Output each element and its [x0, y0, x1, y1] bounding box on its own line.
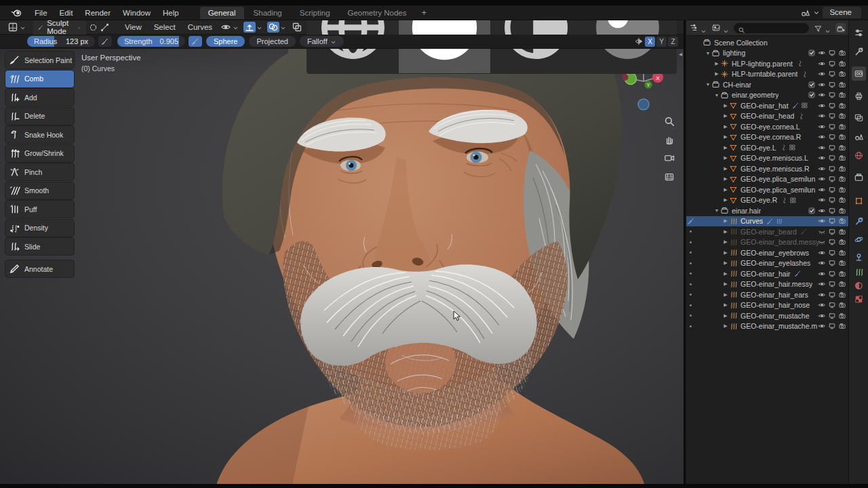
expand-arrow-icon[interactable]: ▶ — [722, 229, 729, 235]
camera-toggle-icon[interactable] — [838, 123, 846, 131]
screen-toggle-icon[interactable] — [828, 207, 836, 215]
camera-toggle-icon[interactable] — [838, 91, 846, 99]
chevron-down-icon[interactable] — [723, 25, 729, 31]
properties-tab-output[interactable] — [852, 89, 866, 103]
screen-toggle-icon[interactable] — [828, 270, 836, 278]
add-workspace-button[interactable]: + — [416, 7, 432, 18]
chevron-down-icon[interactable] — [825, 25, 831, 31]
viewport-3d[interactable]: Sculpt Mode ViewSelectCurves — [0, 20, 684, 488]
properties-tab-object[interactable] — [852, 194, 866, 208]
eye-toggle-icon[interactable] — [818, 322, 826, 330]
camera-toggle-icon[interactable] — [838, 217, 846, 225]
expand-arrow-icon[interactable]: ▶ — [722, 187, 729, 192]
tool-density[interactable]: Density — [5, 220, 74, 237]
eye-toggle-icon[interactable] — [818, 175, 826, 183]
scene-selector[interactable]: Scene — [800, 7, 861, 18]
screen-toggle-icon[interactable] — [828, 217, 836, 225]
expand-arrow-icon[interactable]: ▶ — [722, 113, 729, 119]
properties-tab-properties-editor[interactable] — [852, 26, 866, 40]
ortho-grid-icon[interactable] — [663, 170, 675, 182]
outliner-row-lighting[interactable]: ▼lighting — [686, 48, 848, 59]
eye-toggle-icon[interactable] — [818, 154, 826, 162]
expand-arrow-icon[interactable]: ▶ — [722, 323, 729, 329]
eye-toggle-icon[interactable] — [818, 123, 826, 131]
mirror-icon[interactable] — [634, 37, 644, 46]
outliner-row-geo-eye-r[interactable]: ▶GEO-eye.R — [686, 195, 848, 206]
tool-annotate[interactable]: Annotate — [5, 260, 74, 277]
eye-toggle-icon[interactable] — [818, 70, 826, 78]
outliner-row-geo-einar-hair-messy[interactable]: ▶GEO-einar_hair.messy — [686, 279, 848, 290]
screen-toggle-icon[interactable] — [828, 280, 836, 288]
outliner-row-geo-einar-hair[interactable]: ▶GEO-einar_hair — [686, 268, 848, 279]
outliner-row-geo-einar-eyebrows[interactable]: ▶GEO-einar_eyebrows — [686, 247, 848, 258]
outliner-row-geo-eye-plica-semilun[interactable]: ▶GEO-eye.plica_semilun — [686, 184, 848, 195]
new-collection-icon[interactable] — [835, 23, 846, 33]
eye-toggle-icon[interactable] — [818, 312, 826, 320]
expand-arrow-icon[interactable]: ▼ — [705, 51, 711, 56]
properties-tab-texture[interactable] — [852, 292, 866, 306]
blender-logo-icon[interactable] — [9, 7, 23, 18]
properties-tab-object-data[interactable] — [852, 265, 866, 279]
screen-toggle-icon[interactable] — [828, 186, 836, 194]
expand-arrow-icon[interactable]: ▶ — [722, 313, 729, 319]
camera-toggle-icon[interactable] — [838, 312, 846, 320]
tool-comb[interactable]: Comb — [5, 70, 74, 87]
expand-arrow-icon[interactable]: ▶ — [722, 292, 729, 298]
menu-render[interactable]: Render — [79, 7, 117, 18]
eye-toggle-icon[interactable] — [818, 165, 826, 173]
expand-arrow-icon[interactable]: ▶ — [722, 155, 729, 161]
camera-toggle-icon[interactable] — [838, 70, 846, 78]
outliner-row-geo-eye-cornea-r[interactable]: ▶GEO-eye.cornea.R — [686, 132, 848, 143]
stroke-line-toggle[interactable] — [100, 22, 109, 33]
eye-toggle-icon[interactable] — [818, 112, 826, 120]
eye-toggle-icon[interactable] — [818, 270, 826, 278]
camera-toggle-icon[interactable] — [838, 291, 846, 299]
screen-toggle-icon[interactable] — [828, 60, 836, 68]
camera-toggle-icon[interactable] — [838, 112, 846, 120]
symmetry-y-button[interactable]: Y — [656, 37, 667, 47]
screen-toggle-icon[interactable] — [828, 70, 836, 78]
properties-tab-physics[interactable] — [852, 232, 866, 247]
falloff-circle-toggle[interactable] — [89, 22, 98, 33]
outliner-row-geo-einar-mustache[interactable]: ▶GEO-einar_mustache — [686, 310, 848, 321]
outliner-row-geo-eye-plica-semilun[interactable]: ▶GEO-eye.plica_semilun — [686, 174, 848, 185]
screen-toggle-icon[interactable] — [828, 228, 836, 236]
eye-toggle-icon[interactable] — [818, 196, 826, 204]
checkbox-toggle-icon[interactable] — [808, 91, 816, 99]
outliner-row-geo-einar-hair-nose[interactable]: ▶GEO-einar_hair_nose — [686, 300, 848, 311]
properties-tab-constraints[interactable] — [852, 250, 866, 264]
tab-general[interactable]: General — [200, 7, 244, 19]
camera-toggle-icon[interactable] — [838, 144, 846, 152]
eye-toggle-icon[interactable] — [818, 217, 826, 225]
overlays-icon[interactable] — [267, 22, 279, 33]
screen-toggle-icon[interactable] — [828, 259, 836, 267]
camera-toggle-icon[interactable] — [838, 81, 846, 89]
menu-edit[interactable]: Edit — [54, 7, 79, 18]
camera-toggle-icon[interactable] — [838, 238, 846, 246]
outliner-row-ch-einar[interactable]: ▼CH-einar — [686, 79, 848, 90]
camera-toggle-icon[interactable] — [838, 270, 846, 278]
properties-tab-collection[interactable] — [852, 170, 866, 184]
strength-pressure-button[interactable] — [189, 36, 202, 47]
camera-toggle-icon[interactable] — [838, 259, 846, 267]
expand-arrow-icon[interactable]: ▶ — [722, 271, 729, 277]
search-field[interactable] — [734, 23, 809, 33]
scene-name-field[interactable]: Scene — [823, 7, 861, 18]
outliner-row-geo-einar-beard-messy[interactable]: ▶GEO-einar_beard.messy — [686, 237, 848, 248]
properties-tab-scene[interactable] — [852, 129, 866, 144]
checkbox-toggle-icon[interactable] — [808, 207, 816, 215]
visibility-icon[interactable] — [220, 22, 232, 33]
expand-arrow-icon[interactable]: ▼ — [713, 208, 720, 213]
camera-toggle-icon[interactable] — [838, 133, 846, 141]
zoom-icon[interactable] — [663, 115, 675, 127]
outliner-row-einar-hair[interactable]: ▼einar.hair — [686, 205, 848, 216]
outliner-row-geo-eye-l[interactable]: ▶GEO-eye.L — [686, 142, 848, 153]
chevron-down-icon[interactable] — [280, 24, 286, 30]
screen-toggle-icon[interactable] — [828, 312, 836, 320]
checkbox-toggle-icon[interactable] — [808, 81, 816, 89]
eye-toggle-icon[interactable] — [818, 81, 826, 89]
outliner-row-einar-geometry[interactable]: ▼einar.geometry — [686, 90, 848, 101]
camera-toggle-icon[interactable] — [838, 301, 846, 309]
chevron-down-icon[interactable] — [233, 24, 239, 30]
eye-toggle-icon[interactable] — [818, 144, 826, 152]
